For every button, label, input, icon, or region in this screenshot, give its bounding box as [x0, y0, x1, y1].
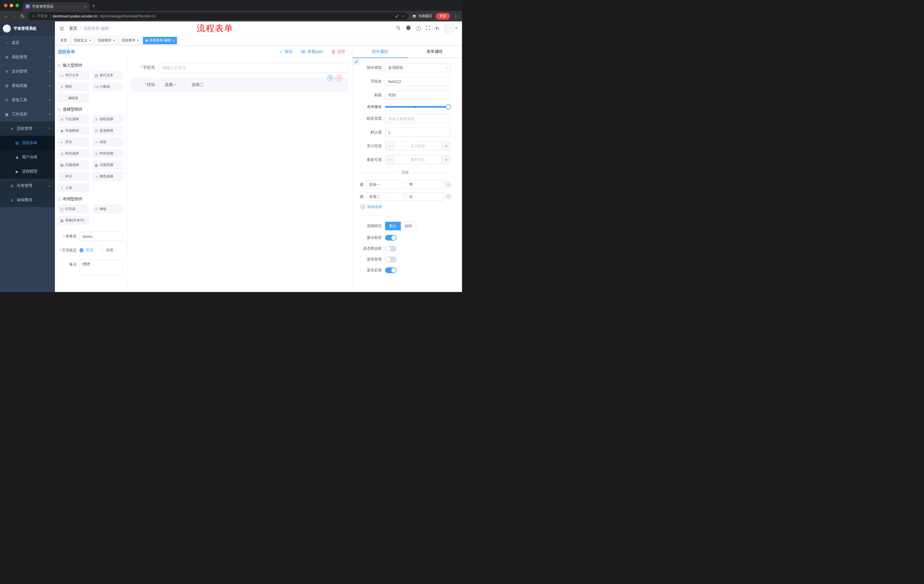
remove-option-icon[interactable] [446, 194, 450, 199]
palette-item-editor[interactable]: 编辑器 [58, 94, 89, 102]
sidebar-item-process-model[interactable]: ▶ 流程模型 [0, 164, 55, 179]
user-avatar[interactable] [444, 24, 457, 33]
sidebar-item-devtools[interactable]: ✎ 研发工具 [0, 93, 55, 107]
increase-button[interactable]: + [442, 155, 450, 164]
breadcrumb-home[interactable]: 首页 [69, 26, 77, 31]
palette-item-table[interactable]: ▦表格[开发中] [58, 216, 89, 225]
password-key-icon[interactable] [395, 14, 399, 18]
tag-process-model[interactable]: 流程模型 × [95, 37, 118, 44]
form-canvas[interactable]: *手机号 [127, 58, 352, 292]
bookmark-star-icon[interactable]: ☆ [402, 14, 405, 18]
delete-field-button[interactable] [336, 75, 342, 81]
forward-icon[interactable]: → [12, 14, 17, 18]
min-select-input[interactable] [394, 142, 442, 150]
with-border-switch[interactable] [385, 246, 396, 252]
palette-item-color-picker[interactable]: ◑颜色选择 [92, 172, 124, 181]
decrease-button[interactable]: − [385, 155, 394, 164]
form-name-input[interactable] [79, 232, 123, 241]
sidebar-item-process-management[interactable]: ≡ 流程管理 [0, 122, 55, 136]
palette-item-select[interactable]: ◎下拉选择 [58, 115, 89, 124]
form-remark-input[interactable]: 嘿嘿 [79, 260, 123, 275]
palette-item-counter[interactable]: 123计数器 [92, 82, 124, 91]
component-type-select[interactable]: 多选框组 [385, 63, 450, 72]
gender-option-1[interactable]: 选项一 [158, 82, 177, 87]
github-icon[interactable] [406, 25, 411, 32]
help-icon[interactable]: ? [416, 26, 421, 31]
tab-component-props[interactable]: 组件属性 [353, 45, 408, 58]
sidebar-item-task-management[interactable]: ⋔ 任务管理 [0, 179, 55, 193]
palette-item-date-range[interactable]: ▩日期范围 [92, 161, 124, 169]
save-button[interactable]: ✓ 保存 [280, 49, 293, 54]
search-icon[interactable] [396, 25, 401, 31]
copy-field-button[interactable] [327, 75, 333, 81]
remove-option-icon[interactable] [446, 182, 450, 187]
palette-item-time-range[interactable]: ◶时间范围 [92, 149, 124, 158]
increase-button[interactable]: + [442, 142, 450, 150]
sidebar-item-user-group[interactable]: ♟ 用户分组 [0, 150, 55, 164]
back-icon[interactable]: ← [4, 14, 8, 18]
palette-item-checkbox-group[interactable]: ☑多选框组 [92, 126, 124, 135]
sidebar-item-leave-query[interactable]: ♙ 请假查询 [0, 193, 55, 207]
canvas-field-phone[interactable]: *手机号 [131, 63, 348, 73]
drag-handle-icon[interactable] [360, 182, 364, 187]
sidebar-item-workflow[interactable]: ▣ 工作流程 [0, 107, 55, 122]
canvas-field-gender-selected[interactable]: *性别 选项一 选项二 [131, 78, 348, 92]
option-value-input[interactable] [406, 192, 444, 201]
field-name-input[interactable] [385, 77, 450, 86]
close-icon[interactable]: × [137, 39, 139, 42]
status-off-radio[interactable] [99, 248, 104, 252]
status-on-label[interactable]: 开启 [86, 248, 93, 253]
close-icon[interactable]: × [113, 39, 115, 42]
tag-process-form[interactable]: 流程表单 × [119, 37, 142, 44]
palette-item-switch[interactable]: ◐开关 [58, 138, 89, 146]
sidebar-item-payment-management[interactable]: ¥ 支付管理 [0, 64, 55, 79]
gender-option-2[interactable]: 选项二 [185, 82, 203, 87]
palette-item-row-container[interactable]: ◫行容器 [58, 204, 89, 214]
phone-input[interactable] [158, 63, 348, 73]
palette-item-single-line-text[interactable]: ▭单行文本 [58, 71, 89, 80]
checkbox-icon[interactable] [158, 83, 162, 87]
palette-item-password[interactable]: ∗密码 [58, 82, 89, 91]
maximize-window-button[interactable] [15, 4, 19, 7]
title-input[interactable] [385, 90, 450, 100]
tag-home[interactable]: 首页 [58, 37, 70, 44]
label-width-input[interactable] [385, 114, 450, 123]
style-button-button[interactable]: 按钮 [401, 222, 416, 230]
close-window-button[interactable] [4, 4, 7, 7]
tag-process-form-edit[interactable]: 流程表单-编辑 × [143, 37, 177, 44]
palette-item-cascader[interactable]: ⋔级联选择 [92, 115, 124, 124]
palette-item-radio-group[interactable]: ◉单选框组 [58, 126, 89, 135]
close-icon[interactable]: × [172, 39, 175, 42]
disabled-switch[interactable] [385, 257, 396, 262]
palette-item-time-picker[interactable]: ◷时间选择 [58, 149, 89, 158]
sidebar-item-process-form[interactable]: ▤ 流程表单 [0, 136, 55, 150]
status-on-radio[interactable] [79, 248, 84, 252]
option-value-input[interactable] [406, 180, 444, 189]
default-value-input[interactable] [385, 128, 450, 137]
checkbox-icon[interactable] [185, 83, 189, 87]
style-default-button[interactable]: 默认 [385, 222, 401, 230]
address-bar[interactable]: ⚠ 不安全 dashboard.yudao.iocoder.cn/bpm/man… [28, 12, 408, 20]
tag-process-definition[interactable]: 流程定义 × [71, 37, 94, 44]
palette-item-slider[interactable]: ⊸滑块 [92, 138, 124, 146]
reload-icon[interactable]: ↻ [21, 14, 24, 18]
drag-handle-icon[interactable] [360, 194, 364, 199]
hamburger-icon[interactable] [59, 26, 64, 31]
palette-item-upload[interactable]: ↥上传 [58, 183, 89, 192]
status-off-label[interactable]: 关闭 [106, 248, 113, 253]
grid-slider[interactable] [385, 106, 448, 108]
new-tab-button[interactable]: + [92, 3, 95, 9]
palette-item-rate[interactable]: ☆评分 [58, 172, 89, 181]
required-switch[interactable] [385, 267, 396, 273]
update-button[interactable]: 更新 [436, 13, 450, 20]
sidebar-item-infrastructure[interactable]: ⊞ 基础设施 [0, 79, 55, 93]
palette-item-multi-line-text[interactable]: ▤多行文本 [92, 71, 124, 80]
add-option-button[interactable]: 添加选项 [361, 204, 450, 209]
palette-item-date-picker[interactable]: ▦日期选择 [58, 161, 89, 169]
link-icon[interactable] [353, 59, 360, 65]
tab-form-props[interactable]: 表单属性 [408, 45, 462, 58]
font-size-icon[interactable]: TT [436, 26, 439, 31]
minimize-window-button[interactable] [10, 4, 13, 7]
browser-menu-icon[interactable]: ⋮ [454, 14, 458, 19]
max-select-input[interactable] [394, 155, 442, 164]
